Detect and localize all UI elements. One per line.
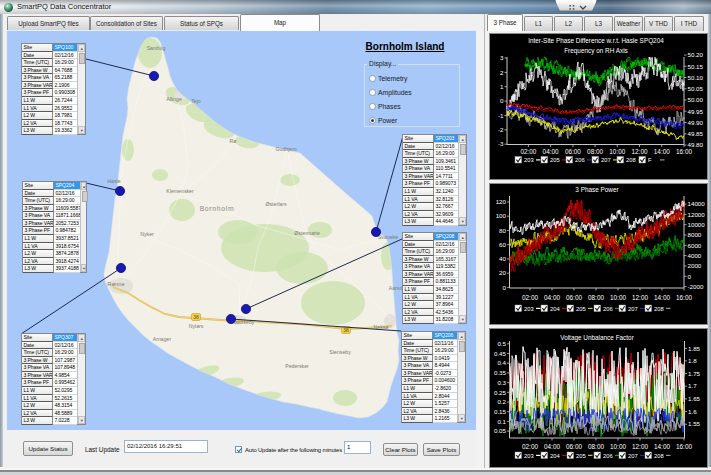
svg-text:0.45: 0.45 bbox=[494, 350, 507, 357]
svg-text:02:00: 02:00 bbox=[522, 443, 538, 450]
svg-text:-2000: -2000 bbox=[688, 283, 704, 290]
svg-text:8000: 8000 bbox=[688, 231, 702, 238]
svg-text:0.15: 0.15 bbox=[494, 408, 507, 415]
svg-text:204: 204 bbox=[550, 453, 560, 459]
svg-text:F: F bbox=[648, 157, 652, 163]
svg-text:16:00: 16:00 bbox=[676, 294, 692, 301]
svg-text:206: 206 bbox=[575, 157, 585, 163]
svg-text:16:00: 16:00 bbox=[676, 148, 692, 155]
svg-text:0.3: 0.3 bbox=[497, 379, 506, 386]
svg-text:0.2: 0.2 bbox=[497, 398, 506, 405]
svg-text:Inter-Site Phase Difference w.: Inter-Site Phase Difference w.r.t. Hasle… bbox=[528, 37, 664, 45]
svg-text:205: 205 bbox=[576, 306, 586, 312]
svg-text:205: 205 bbox=[576, 453, 586, 459]
svg-text:50.15: 50.15 bbox=[688, 63, 704, 70]
svg-text:08:00: 08:00 bbox=[588, 294, 604, 301]
svg-text:0.5: 0.5 bbox=[497, 340, 506, 347]
svg-text:3: 3 bbox=[500, 54, 504, 61]
svg-text:206: 206 bbox=[603, 306, 613, 312]
svg-text:60: 60 bbox=[499, 241, 506, 248]
svg-text:208: 208 bbox=[654, 306, 664, 312]
svg-text:6000: 6000 bbox=[688, 242, 702, 249]
svg-text:204: 204 bbox=[550, 306, 560, 312]
svg-text:80: 80 bbox=[499, 227, 506, 234]
svg-text:Voltage Unbalance Factor: Voltage Unbalance Factor bbox=[560, 334, 634, 342]
svg-text:208: 208 bbox=[654, 453, 664, 459]
svg-text:100: 100 bbox=[496, 212, 507, 219]
svg-text:50.05: 50.05 bbox=[688, 85, 704, 92]
svg-text:1: 1 bbox=[500, 83, 504, 90]
svg-text:10000: 10000 bbox=[688, 221, 706, 228]
svg-text:14000: 14000 bbox=[688, 200, 706, 207]
svg-text:120: 120 bbox=[496, 198, 507, 205]
svg-text:0: 0 bbox=[500, 97, 504, 104]
svg-text:49.85: 49.85 bbox=[688, 130, 704, 137]
svg-text:02:00: 02:00 bbox=[520, 148, 536, 155]
svg-text:10:00: 10:00 bbox=[610, 443, 626, 450]
svg-text:06:00: 06:00 bbox=[565, 148, 581, 155]
svg-text:14:00: 14:00 bbox=[654, 294, 670, 301]
svg-text:14:00: 14:00 bbox=[654, 148, 670, 155]
svg-text:08:00: 08:00 bbox=[587, 148, 603, 155]
svg-text:0: 0 bbox=[688, 273, 692, 280]
svg-text:12:00: 12:00 bbox=[632, 294, 648, 301]
svg-text:02:00: 02:00 bbox=[522, 294, 538, 301]
svg-text:0.35: 0.35 bbox=[494, 369, 507, 376]
svg-text:2000: 2000 bbox=[688, 262, 702, 269]
svg-text:04:00: 04:00 bbox=[544, 294, 560, 301]
svg-text:205: 205 bbox=[550, 157, 560, 163]
svg-text:20: 20 bbox=[499, 269, 506, 276]
svg-text:12000: 12000 bbox=[688, 211, 706, 218]
svg-text:50.20: 50.20 bbox=[688, 51, 704, 58]
svg-text:49.90: 49.90 bbox=[688, 119, 704, 126]
svg-text:06:00: 06:00 bbox=[566, 443, 582, 450]
svg-text:208: 208 bbox=[626, 157, 636, 163]
svg-text:04:00: 04:00 bbox=[544, 443, 560, 450]
svg-text:1.7: 1.7 bbox=[688, 382, 697, 389]
svg-text:206: 206 bbox=[603, 453, 613, 459]
svg-text:1.85: 1.85 bbox=[688, 345, 701, 352]
svg-text:12:00: 12:00 bbox=[632, 443, 648, 450]
svg-text:203: 203 bbox=[524, 453, 534, 459]
svg-text:-2: -2 bbox=[498, 126, 504, 133]
svg-text:10:00: 10:00 bbox=[610, 294, 626, 301]
svg-text:203: 203 bbox=[524, 306, 534, 312]
svg-text:08:00: 08:00 bbox=[588, 443, 604, 450]
svg-text:1.75: 1.75 bbox=[688, 370, 701, 377]
svg-text:16:00: 16:00 bbox=[676, 443, 692, 450]
svg-text:-1: -1 bbox=[498, 112, 504, 119]
svg-text:14:00: 14:00 bbox=[654, 443, 670, 450]
svg-text:2: 2 bbox=[500, 69, 504, 76]
svg-text:1.55: 1.55 bbox=[688, 420, 701, 427]
svg-text:12:00: 12:00 bbox=[632, 148, 648, 155]
svg-text:Frequency on RH Axis: Frequency on RH Axis bbox=[564, 47, 628, 55]
svg-text:0.4: 0.4 bbox=[497, 359, 506, 366]
svg-text:04:00: 04:00 bbox=[543, 148, 559, 155]
svg-text:0: 0 bbox=[503, 284, 507, 291]
svg-text:207: 207 bbox=[601, 157, 611, 163]
svg-text:0.25: 0.25 bbox=[494, 389, 507, 396]
svg-text:3 Phase Power: 3 Phase Power bbox=[575, 186, 619, 193]
svg-text:1.65: 1.65 bbox=[688, 395, 701, 402]
svg-text:203: 203 bbox=[524, 157, 534, 163]
svg-text:50.00: 50.00 bbox=[688, 96, 704, 103]
svg-text:-3: -3 bbox=[498, 140, 504, 147]
svg-text:207: 207 bbox=[628, 306, 638, 312]
svg-text:4000: 4000 bbox=[688, 252, 702, 259]
svg-text:49.95: 49.95 bbox=[688, 108, 704, 115]
svg-text:06:00: 06:00 bbox=[566, 294, 582, 301]
svg-text:40: 40 bbox=[499, 255, 506, 262]
svg-text:1.6: 1.6 bbox=[688, 408, 697, 415]
svg-text:207: 207 bbox=[628, 453, 638, 459]
svg-text:0.05: 0.05 bbox=[494, 427, 507, 434]
svg-text:50.10: 50.10 bbox=[688, 74, 704, 81]
svg-text:10:00: 10:00 bbox=[609, 148, 625, 155]
svg-text:1.8: 1.8 bbox=[688, 357, 697, 364]
svg-text:0.1: 0.1 bbox=[497, 418, 506, 425]
